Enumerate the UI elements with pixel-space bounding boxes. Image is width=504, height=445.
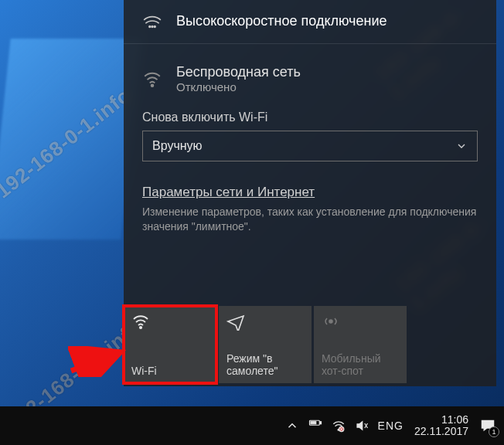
- clock-date: 22.11.2017: [414, 426, 468, 437]
- battery-icon[interactable]: [308, 419, 322, 433]
- dropdown-value: Вручную: [152, 139, 203, 153]
- broadband-icon: [142, 11, 162, 31]
- svg-rect-7: [320, 422, 322, 424]
- airplane-icon: [226, 312, 304, 331]
- airplane-tile[interactable]: Режим "в самолете": [219, 306, 312, 383]
- reenable-label: Снова включить Wi-Fi: [142, 110, 478, 124]
- svg-point-0: [149, 26, 151, 28]
- settings-description: Изменение параметров, таких как установл…: [142, 205, 478, 234]
- network-tray-icon[interactable]: [332, 419, 346, 433]
- svg-rect-8: [311, 422, 316, 424]
- tile-label: Мобильный хот-спот: [322, 352, 399, 377]
- volume-icon[interactable]: [355, 419, 369, 433]
- connection-title: Высокоскоростное подключение: [176, 13, 387, 29]
- reenable-dropdown[interactable]: Вручную: [142, 131, 478, 161]
- annotation-arrow: [68, 346, 130, 377]
- tray-chevron-up-icon[interactable]: [285, 419, 299, 433]
- settings-section: Параметры сети и Интернет Изменение пара…: [124, 161, 496, 234]
- wifi-tile[interactable]: Wi-Fi: [124, 306, 216, 383]
- svg-point-2: [154, 26, 155, 28]
- svg-point-3: [152, 84, 154, 87]
- connection-status: Отключено: [176, 80, 301, 93]
- system-tray: ENG: [285, 419, 404, 433]
- tile-label: Режим "в самолете": [226, 352, 304, 377]
- chevron-down-icon: [455, 140, 468, 152]
- watermark: 192-168-0-1.info: [0, 83, 136, 203]
- wifi-icon: [131, 312, 209, 331]
- connection-wireless[interactable]: Беспроводная сеть Отключено: [124, 44, 496, 106]
- action-center-icon[interactable]: 1: [479, 417, 496, 434]
- connection-title: Беспроводная сеть: [176, 64, 301, 80]
- quick-action-tiles: Wi-Fi Режим "в самолете" Мобильный хот-с…: [124, 306, 407, 383]
- svg-point-5: [329, 320, 332, 323]
- tile-label: Wi-Fi: [131, 365, 209, 377]
- clock-time: 11:06: [441, 414, 468, 426]
- clock[interactable]: 11:06 22.11.2017: [414, 414, 468, 438]
- taskbar: ENG 11:06 22.11.2017 1: [0, 406, 504, 445]
- wifi-icon: [142, 69, 162, 89]
- reenable-section: Снова включить Wi-Fi Вручную: [124, 106, 496, 161]
- language-indicator[interactable]: ENG: [378, 420, 404, 432]
- desktop: 192-168-0-1.info 192-168-0-1.info 192-16…: [0, 0, 504, 445]
- hotspot-icon: [322, 312, 399, 331]
- svg-point-1: [152, 26, 153, 28]
- hotspot-tile[interactable]: Мобильный хот-спот: [314, 306, 407, 383]
- network-settings-link[interactable]: Параметры сети и Интернет: [142, 185, 478, 200]
- notification-count: 1: [489, 426, 499, 437]
- connection-broadband[interactable]: Высокоскоростное подключение: [124, 0, 496, 44]
- svg-point-4: [140, 327, 141, 328]
